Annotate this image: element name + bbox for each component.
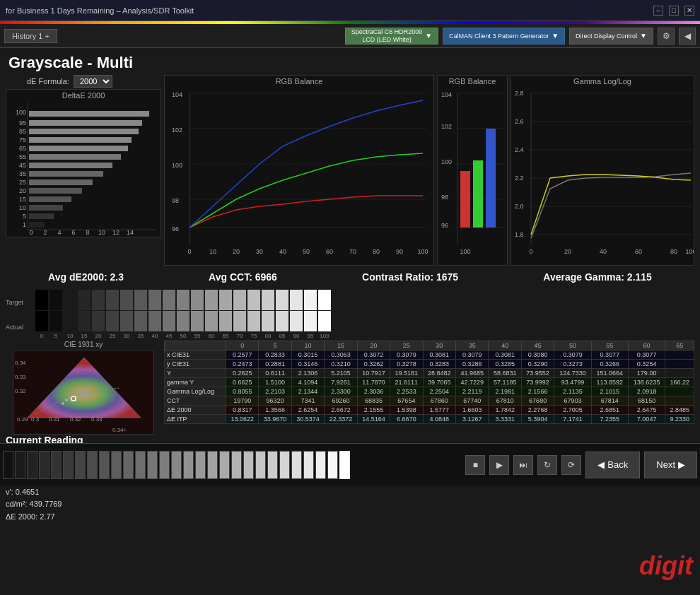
svg-text:0.3: 0.3 bbox=[31, 416, 40, 423]
swatch-10: 10 bbox=[64, 290, 76, 339]
play-button[interactable]: ▶ bbox=[489, 455, 509, 475]
swatch-90: 90 bbox=[290, 290, 303, 339]
svg-text:2.2: 2.2 bbox=[515, 175, 524, 182]
svg-text:2.8: 2.8 bbox=[515, 90, 524, 97]
col-header-10: 10 bbox=[291, 341, 324, 350]
rgb-bar-chart: RGB Balance 104 102 100 98 96 100 bbox=[437, 75, 508, 266]
bottom-swatch-100-a[interactable] bbox=[243, 451, 254, 479]
bottom-swatch-20[interactable] bbox=[51, 451, 62, 479]
bottom-swatch-85[interactable] bbox=[207, 451, 218, 479]
bottom-swatch-40[interactable] bbox=[99, 451, 110, 479]
swatch-65: 65 bbox=[219, 290, 232, 339]
svg-text:104: 104 bbox=[172, 91, 182, 98]
bottom-swatch-current[interactable] bbox=[339, 451, 350, 479]
settings-button[interactable]: ⚙ bbox=[658, 28, 675, 45]
bottom-swatch-100-d[interactable] bbox=[279, 451, 290, 479]
rgb-balance-chart: RGB Balance 104 102 100 98 96 0 10 20 30 bbox=[164, 75, 434, 266]
de-formula-select[interactable]: 2000 bbox=[74, 75, 112, 88]
gamma-chart-title: Gamma Log/Log bbox=[511, 77, 694, 86]
bottom-swatch-25[interactable] bbox=[63, 451, 74, 479]
bottom-swatch-100-e[interactable] bbox=[291, 451, 302, 479]
svg-rect-25 bbox=[29, 120, 142, 126]
history-tab[interactable]: History 1 + bbox=[4, 29, 57, 43]
svg-text:20: 20 bbox=[564, 248, 571, 255]
svg-text:35: 35 bbox=[19, 170, 26, 177]
svg-text:60: 60 bbox=[326, 248, 333, 255]
instrument1-button[interactable]: SpectraCal C6 HDR2000LCD (LED White) ▼ bbox=[345, 28, 438, 45]
bottom-swatch-100-h[interactable] bbox=[327, 451, 338, 479]
bottom-swatch-70[interactable] bbox=[171, 451, 182, 479]
bottom-swatch-65[interactable] bbox=[159, 451, 170, 479]
bottom-swatch-10[interactable] bbox=[27, 451, 37, 479]
bottom-swatch-5[interactable] bbox=[15, 451, 25, 479]
svg-rect-37 bbox=[29, 222, 45, 228]
col-header-0: 0 bbox=[226, 341, 258, 350]
svg-text:0.33: 0.33 bbox=[15, 374, 26, 380]
bottom-swatch-60[interactable] bbox=[147, 451, 158, 479]
col-header-20: 20 bbox=[357, 341, 390, 350]
bottom-swatch-15[interactable] bbox=[39, 451, 49, 479]
svg-rect-34 bbox=[29, 196, 71, 202]
swatch-45: 45 bbox=[163, 290, 175, 339]
svg-text:15: 15 bbox=[19, 196, 26, 203]
back-button[interactable]: ◀ Back bbox=[585, 452, 640, 478]
bottom-swatch-100-c[interactable] bbox=[267, 451, 278, 479]
swatch-35: 35 bbox=[134, 290, 147, 339]
maximize-button[interactable]: □ bbox=[669, 6, 679, 16]
bottom-swatch-75[interactable] bbox=[183, 451, 194, 479]
swatch-100: 100 bbox=[318, 290, 331, 339]
metrics-row: Avg dE2000: 2.3 Avg CCT: 6966 Contrast R… bbox=[0, 266, 700, 288]
next-button[interactable]: Next ▶ bbox=[644, 452, 697, 478]
bottom-swatch-100-f[interactable] bbox=[303, 451, 314, 479]
bottom-swatch-35[interactable] bbox=[87, 451, 98, 479]
bottom-swatch-100-g[interactable] bbox=[315, 451, 326, 479]
svg-rect-36 bbox=[29, 213, 54, 219]
skip-button[interactable]: ⏭ bbox=[513, 455, 533, 475]
bottom-swatch-100-b[interactable] bbox=[255, 451, 266, 479]
col-header-40: 40 bbox=[489, 341, 521, 350]
bottom-swatch-80[interactable] bbox=[195, 451, 206, 479]
bottom-swatch-0[interactable] bbox=[3, 451, 13, 479]
row-label-gammay: gamma Y bbox=[165, 378, 226, 387]
bottom-swatch-90[interactable] bbox=[219, 451, 230, 479]
bottom-swatch-55[interactable] bbox=[135, 451, 146, 479]
svg-text:98: 98 bbox=[172, 197, 179, 204]
svg-text:98: 98 bbox=[441, 194, 448, 201]
bottom-swatch-45[interactable] bbox=[111, 451, 122, 479]
bottom-swatch-30[interactable] bbox=[75, 451, 86, 479]
svg-text:100: 100 bbox=[172, 162, 182, 169]
svg-rect-35 bbox=[29, 205, 63, 211]
svg-text:80: 80 bbox=[373, 248, 380, 255]
svg-text:95: 95 bbox=[19, 119, 26, 126]
svg-rect-24 bbox=[29, 111, 149, 117]
table-row-ycie31: y CIE31 0.24730.28810.31460.32100.32620.… bbox=[165, 360, 694, 369]
close-button[interactable]: ✕ bbox=[684, 6, 694, 16]
svg-rect-73 bbox=[486, 129, 496, 228]
svg-text:100: 100 bbox=[685, 248, 694, 255]
svg-text:0.33: 0.33 bbox=[91, 416, 103, 423]
col-header-50: 50 bbox=[554, 341, 591, 350]
main-content: Grayscale - Multi dE Formula: 2000 Delta… bbox=[0, 48, 700, 595]
row-label-ycie31: y CIE31 bbox=[165, 360, 226, 369]
svg-text:75: 75 bbox=[19, 136, 26, 143]
svg-marker-95 bbox=[28, 358, 141, 418]
extra-button[interactable]: ◀ bbox=[679, 28, 696, 45]
instrument2-button[interactable]: CalMAN Client 3 Pattern Generator ▼ bbox=[443, 28, 565, 45]
col-header-label bbox=[165, 341, 226, 350]
col-header-60: 60 bbox=[628, 341, 665, 350]
svg-text:10: 10 bbox=[19, 204, 26, 211]
stop-button[interactable]: ■ bbox=[465, 455, 485, 475]
deltae-chart-title: DeltaE 2000 bbox=[6, 91, 161, 100]
bottom-swatch-50[interactable] bbox=[123, 451, 134, 479]
deltae-chart: DeltaE 2000 100 95 85 75 65 55 45 35 25 … bbox=[6, 89, 161, 237]
svg-text:100: 100 bbox=[441, 158, 452, 165]
refresh-button[interactable]: ⟳ bbox=[561, 455, 581, 475]
minimize-button[interactable]: – bbox=[653, 6, 663, 16]
col-header-55: 55 bbox=[591, 341, 628, 350]
bottom-swatch-95[interactable] bbox=[231, 451, 242, 479]
loop-button[interactable]: ↻ bbox=[537, 455, 557, 475]
col-header-65: 65 bbox=[665, 341, 694, 350]
instrument3-button[interactable]: Direct Display Control ▼ bbox=[569, 28, 653, 45]
bottom-controls: ■ ▶ ⏭ ↻ ⟳ ◀ Back Next ▶ bbox=[465, 452, 697, 478]
charts-area: dE Formula: 2000 DeltaE 2000 100 95 85 7… bbox=[0, 75, 700, 266]
